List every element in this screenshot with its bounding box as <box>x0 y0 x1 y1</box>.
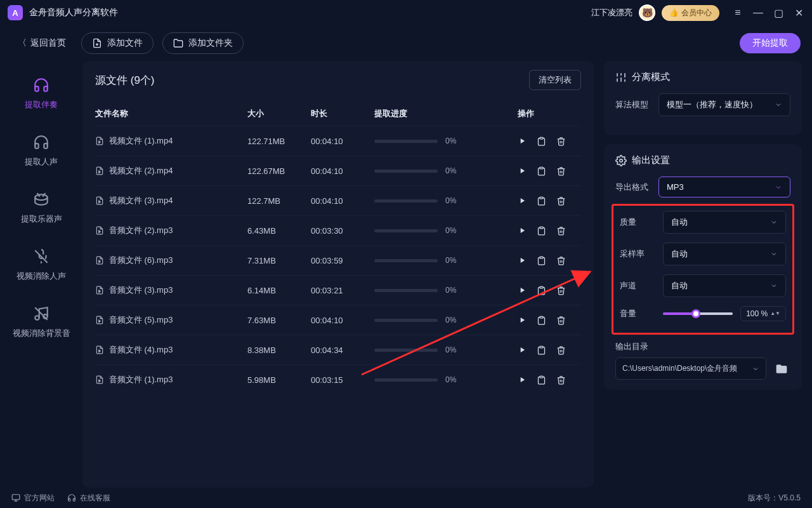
chevron-down-icon <box>770 282 778 290</box>
play-icon[interactable] <box>518 375 527 384</box>
table-row[interactable]: 视频文件 (2).mp4122.67MB00:04:100% <box>95 156 581 185</box>
file-duration: 00:03:30 <box>311 226 374 236</box>
table-row[interactable]: 音频文件 (1).mp35.98MB00:03:150% <box>95 364 581 394</box>
file-name: 视频文件 (3).mp4 <box>95 195 247 206</box>
copy-icon[interactable] <box>537 196 546 206</box>
headphones-icon <box>32 76 50 94</box>
copy-icon[interactable] <box>537 256 546 265</box>
back-button[interactable]: 〈 返回首页 <box>11 34 72 53</box>
svg-rect-9 <box>540 137 543 139</box>
table-row[interactable]: 音频文件 (2).mp36.43MB00:03:300% <box>95 215 581 245</box>
algo-select[interactable]: 模型一（推荐，速度快） <box>658 93 790 116</box>
sidebar-item-video-remove-bgm[interactable]: 视频消除背景音 <box>0 295 82 352</box>
play-icon[interactable] <box>518 226 527 235</box>
svg-point-24 <box>620 159 623 162</box>
row-actions <box>518 196 581 206</box>
algo-label: 算法模型 <box>615 99 651 110</box>
copy-icon[interactable] <box>537 137 546 146</box>
official-site-link[interactable]: 官方网站 <box>11 493 55 504</box>
file-duration: 00:04:10 <box>311 196 374 206</box>
file-name: 视频文件 (2).mp4 <box>95 165 247 177</box>
file-name: 音频文件 (3).mp3 <box>95 284 247 296</box>
support-link[interactable]: 在线客服 <box>67 493 110 504</box>
sidebar-item-label: 提取伴奏 <box>25 99 58 110</box>
quality-select[interactable]: 自动 <box>663 211 786 234</box>
chevron-down-icon <box>752 365 759 373</box>
copy-icon[interactable] <box>537 166 546 176</box>
volume-slider[interactable] <box>663 312 733 315</box>
file-size: 122.67MB <box>247 166 311 176</box>
play-icon[interactable] <box>518 166 527 175</box>
play-icon[interactable] <box>518 137 527 145</box>
trash-icon[interactable] <box>556 256 566 265</box>
trash-icon[interactable] <box>556 345 566 355</box>
close-icon[interactable]: ✕ <box>793 7 804 18</box>
sidebar: 提取伴奏 提取人声 提取乐器声 视频消除人声 视频消除背景音 <box>0 61 82 488</box>
trash-icon[interactable] <box>556 166 566 176</box>
row-actions <box>518 137 581 146</box>
maximize-icon[interactable]: ▢ <box>773 7 784 18</box>
svg-line-8 <box>35 307 48 320</box>
trash-icon[interactable] <box>556 226 566 236</box>
play-icon[interactable] <box>518 316 527 324</box>
headphones-icon <box>32 133 50 151</box>
row-actions <box>518 256 581 265</box>
trash-icon[interactable] <box>556 137 566 146</box>
copy-icon[interactable] <box>537 226 546 236</box>
sidebar-item-video-remove-vocal[interactable]: 视频消除人声 <box>0 237 82 295</box>
sidebar-item-instrument[interactable]: 提取乐器声 <box>0 180 82 237</box>
volume-value[interactable]: 100 % ▲▼ <box>740 306 786 321</box>
source-title: 源文件 (9个) <box>95 73 155 88</box>
file-size: 7.31MB <box>247 256 311 265</box>
file-duration: 00:04:10 <box>311 137 374 146</box>
sample-select[interactable]: 自动 <box>663 243 786 265</box>
sidebar-item-vocal[interactable]: 提取人声 <box>0 123 82 180</box>
add-folder-button[interactable]: 添加文件夹 <box>162 32 244 54</box>
source-panel: 源文件 (9个) 清空列表 文件名称 大小 时长 提取进度 操作 视频文件 (1… <box>82 61 594 488</box>
copy-icon[interactable] <box>537 316 546 325</box>
table-row[interactable]: 音频文件 (5).mp37.63MB00:04:100% <box>95 305 581 335</box>
table-row[interactable]: 音频文件 (4).mp38.38MB00:04:340% <box>95 335 581 364</box>
file-name: 音频文件 (1).mp3 <box>95 374 247 385</box>
sidebar-item-accompaniment[interactable]: 提取伴奏 <box>0 66 82 123</box>
trash-icon[interactable] <box>556 196 566 206</box>
table-row[interactable]: 音频文件 (3).mp36.14MB00:03:210% <box>95 275 581 305</box>
copy-icon[interactable] <box>537 345 546 355</box>
file-plus-icon <box>92 38 102 48</box>
trash-icon[interactable] <box>556 375 566 385</box>
add-file-button[interactable]: 添加文件 <box>81 32 154 54</box>
vip-button[interactable]: 👍 会员中心 <box>662 5 719 21</box>
folder-icon <box>775 363 788 375</box>
format-select[interactable]: MP3 <box>658 177 790 197</box>
output-path-select[interactable]: C:\Users\admin\Desktop\金舟音频 <box>615 358 766 380</box>
open-folder-button[interactable] <box>773 360 790 378</box>
sidebar-item-label: 视频消除人声 <box>16 271 66 282</box>
play-icon[interactable] <box>518 345 527 354</box>
play-icon[interactable] <box>518 286 527 295</box>
volume-label: 音量 <box>620 308 655 319</box>
table-row[interactable]: 音频文件 (6).mp37.31MB00:03:590% <box>95 245 581 275</box>
channel-select[interactable]: 自动 <box>663 274 786 297</box>
table-row[interactable]: 视频文件 (3).mp4122.7MB00:04:100% <box>95 185 581 215</box>
table-row[interactable]: 视频文件 (1).mp4122.71MB00:04:100% <box>95 126 581 156</box>
chevron-down-icon <box>770 250 778 258</box>
copy-icon[interactable] <box>537 375 546 385</box>
stepper-icon: ▲▼ <box>770 312 780 316</box>
play-icon[interactable] <box>518 256 527 265</box>
svg-rect-17 <box>540 376 543 378</box>
avatar[interactable]: 🐻 <box>639 4 655 21</box>
file-progress: 0% <box>374 345 482 354</box>
copy-icon[interactable] <box>537 286 546 295</box>
play-icon[interactable] <box>518 196 527 205</box>
menu-icon[interactable]: ≡ <box>732 7 743 18</box>
annotation-highlight: 质量 自动 采样率 自动 声道 自动 <box>612 204 794 335</box>
chevron-down-icon <box>775 184 782 191</box>
minimize-icon[interactable]: — <box>752 7 764 18</box>
trash-icon[interactable] <box>556 286 566 295</box>
trash-icon[interactable] <box>556 316 566 325</box>
user-name[interactable]: 江下凌漂亮 <box>591 7 632 18</box>
mode-card: 分离模式 算法模型 模型一（推荐，速度快） <box>604 61 802 135</box>
start-extract-button[interactable]: 开始提取 <box>740 33 801 53</box>
app-title: 金舟音频人声分离软件 <box>29 7 118 18</box>
clear-list-button[interactable]: 清空列表 <box>529 70 581 90</box>
